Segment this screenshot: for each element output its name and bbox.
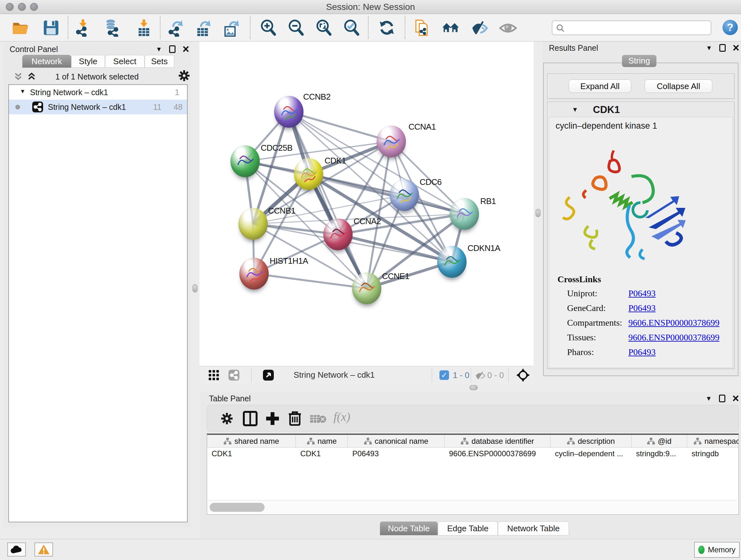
export-table-icon[interactable] [195, 19, 212, 37]
table-panel-title: Table Panel [209, 394, 251, 403]
network-collection-row[interactable]: ▼ String Network – cdk1 1 [9, 85, 187, 100]
help-button[interactable]: ? [723, 20, 738, 35]
network-node-HIST1H1A[interactable] [239, 258, 269, 290]
tab-network[interactable]: Network [22, 55, 71, 68]
network-canvas[interactable]: CCNB2CCNA1CDC25BCDK1CDC6RB1CCNB1CCNA2CDK… [199, 42, 534, 366]
network-node-CCNB2[interactable] [274, 96, 304, 128]
gear-icon[interactable] [178, 70, 190, 82]
grid-view-icon[interactable] [208, 369, 219, 381]
save-session-icon[interactable] [42, 19, 60, 37]
memory-button[interactable]: Memory [694, 542, 740, 558]
toolbar-separator [368, 16, 368, 39]
node-count: 11 [153, 103, 161, 112]
export-image-icon[interactable] [222, 19, 240, 37]
zoom-out-icon[interactable] [287, 19, 305, 37]
create-column-icon[interactable] [265, 411, 280, 426]
detach-view-icon[interactable] [263, 369, 274, 381]
close-panel-icon[interactable]: × [183, 45, 189, 53]
column-header-namespace[interactable]: namespace [687, 435, 739, 447]
hidden-eye-icon[interactable] [475, 370, 486, 381]
import-table-icon[interactable] [135, 19, 153, 37]
tree-expand-icon[interactable]: ▼ [20, 88, 25, 95]
maximize-panel-icon[interactable] [719, 44, 726, 52]
column-header-@id[interactable]: @id [631, 435, 687, 447]
delete-column-icon[interactable] [287, 410, 302, 426]
network-node-CDKN1A[interactable] [437, 246, 467, 278]
column-header-shared-name[interactable]: shared name [207, 435, 296, 447]
crosslink-value-link[interactable]: P06493 [628, 303, 656, 313]
network-row-selected[interactable]: String Network – cdk1 11 48 [9, 100, 187, 114]
toolbar-separator [160, 16, 160, 39]
close-panel-icon[interactable]: × [732, 395, 739, 402]
cloud-button[interactable] [7, 543, 26, 557]
refresh-icon[interactable] [378, 19, 396, 37]
zoom-selected-icon[interactable] [343, 19, 360, 37]
close-panel-icon[interactable]: × [733, 44, 739, 52]
maximize-panel-icon[interactable] [169, 45, 176, 53]
crosslink-value-link[interactable]: 9606.ENSP00000378699 [628, 332, 719, 343]
import-network-from-database-icon[interactable] [104, 19, 122, 37]
home-icon[interactable] [442, 19, 460, 37]
horizontal-scrollbar[interactable] [208, 500, 737, 514]
import-network-icon[interactable] [74, 19, 92, 37]
gear-icon[interactable] [220, 412, 233, 425]
network-edge[interactable] [254, 273, 367, 288]
warning-button[interactable] [35, 543, 53, 557]
column-header-label: @id [658, 437, 671, 446]
float-panel-icon[interactable]: ▼ [706, 44, 712, 52]
column-header-description[interactable]: description [550, 435, 631, 447]
network-node-CDC6[interactable] [390, 179, 419, 211]
toolbar-separator [68, 16, 68, 39]
column-header-name[interactable]: name [296, 435, 348, 447]
network-node-CCNE1[interactable] [352, 272, 381, 304]
hide-selected-icon[interactable] [470, 19, 488, 37]
export-network-icon[interactable] [167, 19, 185, 37]
maximize-panel-icon[interactable] [719, 395, 725, 402]
bottom-splitter-handle[interactable] [469, 385, 478, 390]
table-row[interactable]: CDK1CDK1P064939606.ENSP00000378699cyclin… [207, 448, 738, 460]
crosslink-value-link[interactable]: 9606.ENSP00000378699 [628, 318, 719, 328]
network-badge-icon[interactable] [228, 369, 240, 381]
tab-network-table[interactable]: Network Table [498, 521, 569, 536]
table-cell: cyclin–dependent ... [550, 448, 631, 460]
network-node-CDK1[interactable] [294, 158, 323, 190]
zoom-in-icon[interactable] [259, 19, 277, 37]
function-builder-icon[interactable]: f(x) [333, 410, 350, 424]
open-session-icon[interactable] [11, 19, 29, 37]
network-node-RB1[interactable] [450, 198, 479, 230]
tab-sets[interactable]: Sets [145, 55, 174, 68]
tab-style[interactable]: Style [71, 55, 105, 68]
expand-all-button[interactable]: Expand All [569, 79, 631, 93]
search-input[interactable] [552, 20, 711, 35]
network-node-CCNB1[interactable] [239, 208, 268, 240]
selected-checkbox-icon[interactable]: ✓ [440, 370, 449, 380]
tab-select[interactable]: Select [105, 55, 145, 68]
collapse-all-button[interactable]: Collapse All [645, 79, 712, 93]
column-type-icon [693, 437, 702, 445]
tab-node-table[interactable]: Node Table [380, 521, 438, 536]
show-hidden-icon[interactable] [499, 19, 517, 37]
left-splitter-handle[interactable] [192, 284, 198, 293]
protein-description: cyclin–dependent kinase 1 [556, 121, 657, 131]
float-panel-icon[interactable]: ▼ [705, 395, 712, 402]
scrollbar-thumb[interactable] [210, 503, 265, 512]
crosslink-value-link[interactable]: P06493 [628, 347, 656, 357]
network-node-CCNA2[interactable] [323, 219, 353, 250]
birds-eye-icon[interactable] [516, 368, 530, 382]
fit-content-icon[interactable] [315, 19, 333, 37]
crosslink-value-link[interactable]: P06493 [628, 288, 656, 299]
column-header-database-identifier[interactable]: database identifier [445, 435, 550, 447]
warning-icon [37, 544, 50, 555]
right-splitter-handle[interactable] [536, 209, 541, 217]
network-node-CDC25B[interactable] [230, 145, 260, 177]
network-node-CCNA1[interactable] [377, 125, 406, 158]
show-columns-icon[interactable] [243, 411, 258, 426]
tab-string[interactable]: String [622, 55, 657, 67]
section-collapse-icon[interactable]: ▼ [572, 106, 578, 113]
memory-label: Memory [708, 545, 736, 554]
float-panel-icon[interactable]: ▼ [156, 46, 162, 53]
clear-table-icon[interactable] [310, 414, 327, 424]
tab-edge-table[interactable]: Edge Table [438, 521, 498, 536]
clone-network-icon[interactable] [413, 19, 431, 37]
column-header-canonical-name[interactable]: canonical name [348, 435, 445, 447]
